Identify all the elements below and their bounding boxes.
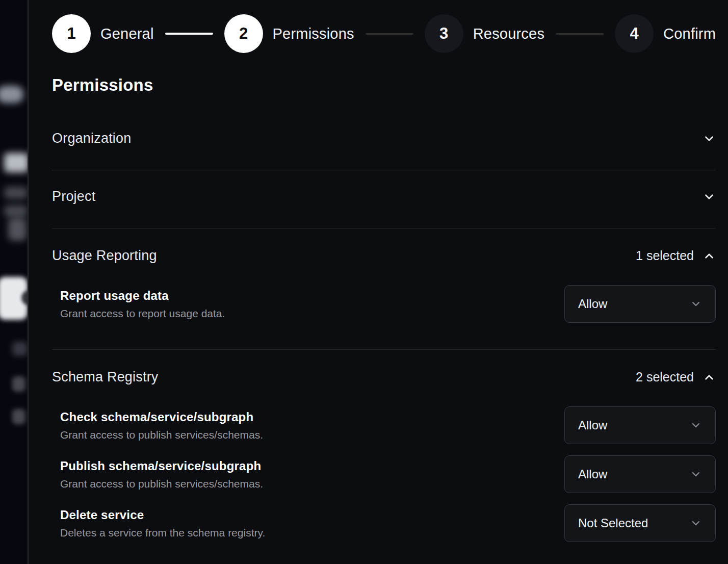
permission-select-report-usage-data[interactable]: Allow: [564, 285, 716, 323]
step-label: Confirm: [663, 25, 716, 42]
permission-name: Delete service: [60, 508, 265, 522]
blurred-logo: [0, 86, 23, 103]
step-number-badge: 1: [52, 14, 91, 53]
section-title: Project: [52, 189, 95, 204]
section-header-organization[interactable]: Organization: [52, 112, 716, 170]
permission-row-publish-schema: Publish schema/service/subgraph Grant ac…: [60, 455, 716, 493]
chevron-up-icon: [703, 249, 716, 263]
step-number-badge: 4: [615, 14, 654, 53]
selected-count-badge: 2 selected: [636, 370, 694, 384]
step-connector: [165, 33, 213, 35]
blurred-menu-item: [12, 409, 25, 424]
chevron-down-icon: [690, 419, 702, 431]
background-sidebar: [0, 0, 28, 564]
permission-description: Grant access to report usage data.: [60, 307, 225, 320]
select-value: Not Selected: [578, 516, 648, 530]
permission-name: Publish schema/service/subgraph: [60, 459, 263, 473]
step-connector: [366, 33, 413, 35]
section-header-project[interactable]: Project: [52, 170, 716, 228]
permission-sections: Organization Project Usage Reporting 1 s…: [52, 112, 716, 542]
step-confirm[interactable]: 4 Confirm: [615, 14, 716, 53]
section-title: Schema Registry: [52, 369, 159, 385]
page-title: Permissions: [52, 75, 716, 95]
step-number-badge: 2: [224, 14, 263, 53]
permission-row-delete-service: Delete service Deletes a service from th…: [60, 504, 716, 542]
section-title: Organization: [52, 131, 132, 146]
blurred-icon: [8, 218, 27, 241]
selected-count-badge: 1 selected: [636, 248, 694, 263]
blurred-text: [4, 205, 28, 217]
permission-row-report-usage-data: Report usage data Grant access to report…: [60, 285, 716, 323]
chevron-down-icon: [690, 298, 702, 310]
select-value: Allow: [578, 467, 607, 481]
step-label: Resources: [473, 25, 544, 42]
permission-description: Deletes a service from the schema regist…: [60, 527, 265, 539]
step-number-badge: 3: [425, 14, 463, 53]
permission-select-check-schema[interactable]: Allow: [564, 406, 716, 444]
permission-name: Report usage data: [60, 289, 225, 303]
blurred-heading: [4, 153, 28, 172]
section-title: Usage Reporting: [52, 248, 157, 264]
step-label: General: [100, 25, 154, 42]
permission-row-check-schema: Check schema/service/subgraph Grant acce…: [60, 406, 716, 444]
step-label: Permissions: [273, 25, 354, 42]
chevron-down-icon: [703, 190, 716, 203]
permission-description: Grant access to publish services/schemas…: [60, 478, 263, 490]
select-value: Allow: [578, 418, 607, 432]
permissions-wizard-modal: 1 General 2 Permissions 3 Resources 4 Co…: [28, 0, 728, 564]
permission-select-delete-service[interactable]: Not Selected: [564, 504, 716, 542]
step-connector: [556, 33, 604, 35]
chevron-down-icon: [690, 468, 702, 480]
blurred-menu-item: [12, 342, 28, 356]
permission-select-publish-schema[interactable]: Allow: [564, 455, 716, 493]
permission-description: Grant access to publish services/schemas…: [60, 429, 263, 441]
step-resources[interactable]: 3 Resources: [425, 14, 544, 53]
step-permissions[interactable]: 2 Permissions: [224, 14, 354, 53]
section-header-schema-registry[interactable]: Schema Registry 2 selected: [52, 350, 716, 385]
blurred-text: [4, 187, 28, 199]
section-body-usage-reporting: Report usage data Grant access to report…: [52, 285, 716, 350]
select-value: Allow: [578, 297, 607, 311]
permission-name: Check schema/service/subgraph: [60, 410, 263, 424]
chevron-down-icon: [703, 132, 716, 145]
chevron-up-icon: [703, 371, 716, 384]
chevron-down-icon: [690, 517, 702, 529]
section-header-usage-reporting[interactable]: Usage Reporting 1 selected: [52, 228, 716, 264]
step-general[interactable]: 1 General: [52, 14, 154, 53]
section-body-schema-registry: Check schema/service/subgraph Grant acce…: [52, 406, 716, 542]
blurred-menu-item: [12, 376, 25, 392]
wizard-stepper: 1 General 2 Permissions 3 Resources 4 Co…: [52, 14, 716, 53]
